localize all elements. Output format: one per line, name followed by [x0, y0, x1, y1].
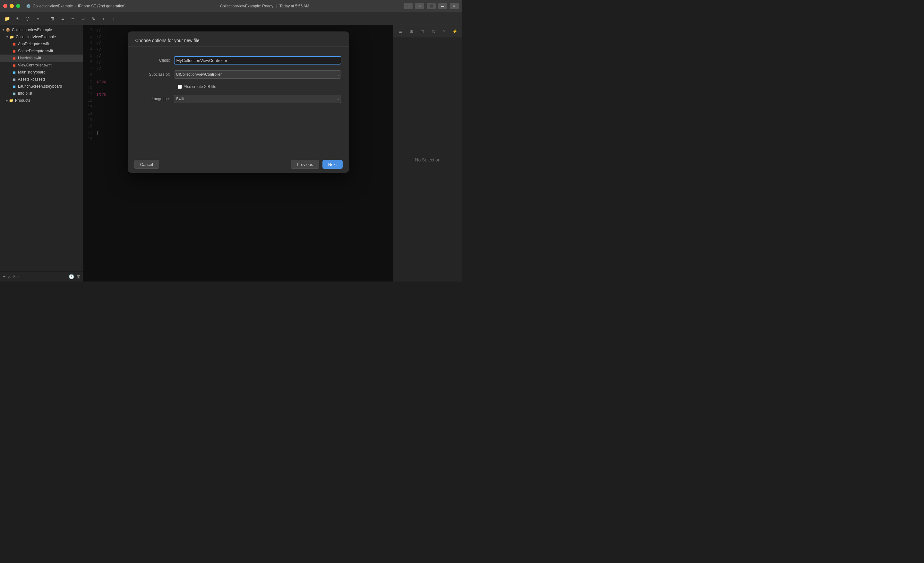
- layout-button-1[interactable]: ⬛: [427, 3, 436, 9]
- list-btn[interactable]: ≡: [58, 15, 67, 23]
- sidebar-item-launchscreen[interactable]: ◼ LaunchScreen.storyboard: [0, 83, 83, 90]
- inspector-btn-5[interactable]: ?: [440, 27, 448, 36]
- class-label: Class:: [135, 58, 174, 63]
- folder-btn[interactable]: 📁: [3, 15, 12, 23]
- nav-back[interactable]: ‹: [99, 15, 108, 23]
- modal-overlay: Choose options for your new file: Class:…: [83, 25, 393, 281]
- status-text: CollectionViewExample: Ready: [220, 4, 273, 8]
- titlebar-right-buttons: + ⬅ ⬛ ▬ ≡: [404, 3, 459, 9]
- right-panel-toolbar: ☰ ⊞ ◻ ◎ ? ⚡: [393, 25, 462, 38]
- search-toolbar-btn[interactable]: ⌕: [33, 15, 42, 23]
- xcassets-icon: ◼: [12, 77, 16, 82]
- subclass-label: Subclass of:: [135, 72, 174, 77]
- inspector-btn-3[interactable]: ◻: [418, 27, 426, 36]
- sidebar-group-item[interactable]: ▼ 📁 CollectionViewExample: [0, 33, 83, 41]
- sidebar-item-appdelegate[interactable]: ◼ AppDelegate.swift: [0, 41, 83, 48]
- grid-btn[interactable]: ⊞: [48, 15, 57, 23]
- titlebar: ⚙️ CollectionViewExample › iPhone SE (2n…: [0, 0, 462, 12]
- new-file-dialog: Choose options for your new file: Class:…: [128, 32, 349, 173]
- group-chevron: ▼: [6, 35, 9, 39]
- storyboard-icon-1: ◼: [12, 70, 16, 75]
- add-button[interactable]: +: [404, 3, 412, 9]
- class-row: Class:: [135, 56, 341, 65]
- swift-file-icon: ◼: [12, 41, 16, 47]
- inspector-btn-4[interactable]: ◎: [429, 27, 437, 36]
- titlebar-status: CollectionViewExample: Ready | Today at …: [126, 4, 404, 8]
- appdelegate-label: AppDelegate.swift: [18, 42, 49, 46]
- xcode-icon: ⚙️: [26, 4, 31, 8]
- group-label: CollectionViewExample: [16, 35, 56, 39]
- group-folder-icon: 📁: [9, 35, 14, 39]
- language-select[interactable]: Swift Objective-C: [174, 95, 341, 103]
- note-btn[interactable]: ✎: [89, 15, 98, 23]
- editor-area: 1 // 2 // 3 // 4 // 5 // 6 //: [83, 25, 393, 281]
- dialog-footer-right: Previous Next: [291, 160, 342, 169]
- main-layout: ▼ 📦 CollectionViewExample ▼ 📁 Collection…: [0, 25, 462, 281]
- add-icon[interactable]: +: [3, 274, 6, 279]
- project-breadcrumb[interactable]: CollectionViewExample: [33, 4, 73, 8]
- dialog-title: Choose options for your new file:: [135, 38, 201, 43]
- subclass-select[interactable]: UICollectionViewController UIViewControl…: [174, 70, 341, 79]
- scenedelegate-label: SceneDelegate.swift: [18, 49, 53, 53]
- root-chevron: ▼: [2, 28, 5, 32]
- back-button[interactable]: ⬅: [415, 3, 424, 9]
- status-separator: |: [276, 4, 277, 8]
- xib-label: Also create XIB file: [184, 84, 216, 89]
- inspector-btn-1[interactable]: ☰: [396, 27, 405, 36]
- main-storyboard-label: Main.storyboard: [18, 70, 45, 75]
- warning-btn[interactable]: ⚠: [13, 15, 22, 23]
- inspector-btn-6[interactable]: ⚡: [451, 27, 459, 36]
- assets-label: Assets.xcassets: [18, 77, 45, 81]
- root-label: CollectionViewExample: [12, 28, 52, 32]
- right-panel-content: No Selection: [393, 38, 462, 281]
- next-button[interactable]: Next: [322, 160, 343, 169]
- minimize-button[interactable]: [10, 4, 14, 8]
- sidebar-item-scenedelegate[interactable]: ◼ SceneDelegate.swift: [0, 48, 83, 54]
- sidebar-item-plist[interactable]: ◼ Info.plist: [0, 90, 83, 97]
- plist-icon: ◼: [12, 91, 16, 96]
- layout-button-3[interactable]: ≡: [450, 3, 459, 9]
- root-folder-icon: 📦: [6, 27, 10, 32]
- sidebar-root-item[interactable]: ▼ 📦 CollectionViewExample: [0, 26, 83, 33]
- nav-forward[interactable]: ›: [110, 15, 118, 23]
- bookmark-btn[interactable]: ⬡: [23, 15, 32, 23]
- no-selection-label: No Selection: [415, 157, 440, 162]
- previous-button[interactable]: Previous: [291, 160, 319, 169]
- status-time: Today at 5:55 AM: [279, 4, 309, 8]
- sidebar-item-assets[interactable]: ◼ Assets.xcassets: [0, 76, 83, 83]
- device-label[interactable]: iPhone SE (2nd generation): [78, 4, 126, 8]
- viewcontroller-label: ViewController.swift: [18, 63, 51, 68]
- swift-file-icon-4: ◼: [12, 63, 16, 68]
- traffic-lights: [3, 4, 20, 8]
- cancel-button[interactable]: Cancel: [134, 160, 159, 169]
- sidebar-item-main-storyboard[interactable]: ◼ Main.storyboard: [0, 69, 83, 76]
- close-button[interactable]: [3, 4, 8, 8]
- subclass-select-wrapper: UICollectionViewController UIViewControl…: [174, 70, 341, 79]
- connection-btn[interactable]: ⚭: [68, 15, 77, 23]
- settings-icon: ⊞: [76, 274, 81, 279]
- right-panel: ☰ ⊞ ◻ ◎ ? ⚡ No Selection: [393, 25, 462, 281]
- language-label: Language:: [135, 97, 174, 101]
- language-row: Language: Swift Objective-C ⌄: [135, 95, 341, 103]
- products-label: Products: [15, 98, 30, 103]
- sidebar-item-userinfo[interactable]: ◼ UserInfo.swift: [0, 54, 83, 62]
- inspector-btn-2[interactable]: ⊞: [407, 27, 416, 36]
- clock-icon: 🕐: [69, 274, 74, 279]
- link-btn[interactable]: ⊃: [79, 15, 88, 23]
- filter-label: Filter: [13, 275, 22, 279]
- dialog-header: Choose options for your new file:: [128, 32, 349, 47]
- sidebar-content: ▼ 📦 CollectionViewExample ▼ 📁 Collection…: [0, 25, 83, 271]
- swift-file-icon-2: ◼: [12, 48, 16, 54]
- launchscreen-label: LaunchScreen.storyboard: [18, 84, 62, 89]
- sidebar-footer: + ⌕ Filter 🕐 ⊞: [0, 271, 83, 281]
- xib-checkbox[interactable]: [178, 85, 182, 89]
- subclass-row: Subclass of: UICollectionViewController …: [135, 70, 341, 79]
- layout-button-2[interactable]: ▬: [438, 3, 447, 9]
- xib-row: Also create XIB file: [178, 84, 341, 89]
- maximize-button[interactable]: [16, 4, 20, 8]
- sidebar-products-group[interactable]: ▶ 📁 Products: [0, 97, 83, 104]
- sidebar-item-viewcontroller[interactable]: ◼ ViewController.swift: [0, 62, 83, 69]
- separator-1: [45, 15, 45, 22]
- class-input[interactable]: [174, 56, 341, 65]
- filter-icon: ⌕: [8, 274, 10, 279]
